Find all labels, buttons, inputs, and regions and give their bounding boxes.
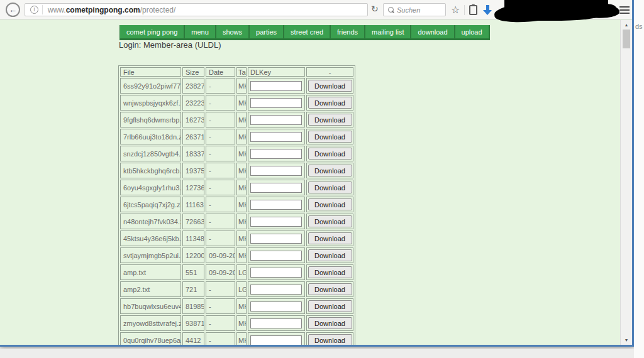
dlkey-input[interactable] (250, 301, 302, 312)
dlkey-cell (248, 281, 305, 297)
download-cell: Download (306, 180, 353, 195)
file-name-cell: svtjaymjmgb5p2ui.zip (120, 247, 181, 263)
download-button[interactable]: Download (308, 300, 352, 312)
dlkey-input[interactable] (250, 217, 302, 227)
file-tag-cell: MK (236, 298, 247, 314)
url-path: /protected/ (140, 6, 176, 14)
file-tag-cell: MK (236, 214, 247, 229)
dlkey-cell (248, 163, 305, 178)
page-content: comet ping pong menu shows parties stree… (0, 20, 632, 345)
dlkey-input[interactable] (250, 268, 302, 278)
download-button[interactable]: Download (308, 114, 352, 126)
downloads-arrow-icon[interactable] (482, 5, 492, 15)
file-size-cell: 11163122 (182, 197, 204, 212)
dlkey-input[interactable] (250, 200, 302, 210)
download-button[interactable]: Download (308, 317, 352, 329)
file-size-cell: 19375611 (182, 163, 204, 178)
site-info-icon[interactable]: i (30, 6, 38, 14)
search-input[interactable] (397, 6, 441, 14)
download-button[interactable]: Download (308, 215, 352, 227)
download-button[interactable]: Download (308, 131, 352, 143)
download-button[interactable]: Download (308, 80, 352, 92)
scroll-up-arrow-icon[interactable]: ▴ (621, 22, 632, 28)
table-row: svtjaymjmgb5p2ui.zip 12200324 09-09-2015… (120, 247, 353, 263)
download-button[interactable]: Download (308, 182, 352, 193)
download-button[interactable]: Download (308, 148, 352, 160)
reload-icon[interactable]: ↻ (371, 4, 379, 14)
table-row: 0qu0rqihv78uep6a.zip 4412 - MK Download (120, 332, 353, 345)
table-row: 6oyu4sgxgly1rhu3.zip 12736689 - MK Downl… (120, 180, 353, 195)
table-header-row: File Size Date Tag DLKey - (120, 67, 353, 77)
download-button[interactable]: Download (308, 232, 352, 244)
clipboard-icon[interactable] (469, 5, 477, 15)
hamburger-menu-icon[interactable] (619, 6, 630, 16)
file-tag-cell: MK (236, 315, 247, 331)
dlkey-input[interactable] (250, 115, 302, 125)
download-cell: Download (306, 163, 353, 178)
download-button[interactable]: Download (308, 198, 352, 210)
table-row: amp2.txt 721 - LGL Download (120, 281, 353, 297)
dlkey-cell (248, 332, 305, 345)
download-button[interactable]: Download (308, 165, 352, 176)
url-text: www.cometpingpong.com/protected/ (48, 6, 175, 14)
dlkey-cell (248, 180, 305, 195)
nav-item-download[interactable]: download (411, 25, 455, 40)
nav-item-menu[interactable]: menu (185, 25, 216, 40)
file-tag-cell: MK (236, 129, 247, 144)
nav-item-mailing-list[interactable]: mailing list (365, 25, 411, 40)
scrollbar-thumb[interactable] (623, 30, 630, 48)
file-name-cell: zmyowd8sttvrafej.zip (120, 315, 181, 331)
bookmark-star-icon[interactable]: ☆ (451, 4, 460, 16)
file-name-cell: wnjwspbsjyqxk6zf.zip (120, 95, 181, 111)
dlkey-input[interactable] (250, 166, 302, 176)
nav-item-upload[interactable]: upload (455, 25, 490, 40)
download-button[interactable]: Download (308, 334, 352, 345)
dlkey-input[interactable] (250, 149, 302, 159)
file-name-cell: 6oyu4sgxgly1rhu3.zip (120, 180, 181, 195)
dlkey-input[interactable] (250, 234, 302, 244)
file-date-cell: - (206, 180, 235, 195)
dlkey-input[interactable] (250, 251, 302, 261)
dlkey-cell (248, 231, 305, 246)
file-size-cell: 23827361 (182, 78, 204, 94)
download-button[interactable]: Download (308, 249, 352, 261)
file-size-cell: 4412 (182, 332, 204, 345)
file-size-cell: 12736689 (182, 180, 204, 195)
dlkey-input[interactable] (250, 183, 302, 193)
back-button[interactable]: ← (6, 3, 20, 17)
browser-window: ← i www.cometpingpong.com/protected/ ↻ ☆… (0, 0, 634, 347)
dlkey-input[interactable] (250, 318, 302, 328)
file-size-cell: 16273384 (182, 112, 204, 127)
nav-item-parties[interactable]: parties (250, 25, 284, 40)
download-cell: Download (306, 78, 353, 94)
file-size-cell: 11348592 (182, 231, 204, 246)
dlkey-cell (248, 78, 305, 94)
nav-item-shows[interactable]: shows (216, 25, 250, 40)
nav-item-friends[interactable]: friends (331, 25, 365, 40)
file-date-cell: - (206, 163, 235, 178)
file-size-cell: 721 (182, 281, 204, 297)
desktop-edge: ds (634, 0, 644, 358)
url-bar[interactable]: i www.cometpingpong.com/protected/ (25, 3, 368, 16)
download-button[interactable]: Download (308, 266, 352, 278)
download-button[interactable]: Download (308, 283, 352, 295)
dlkey-input[interactable] (250, 335, 302, 345)
download-button[interactable]: Download (308, 97, 352, 109)
dlkey-cell (248, 129, 305, 144)
file-date-cell: - (206, 214, 235, 229)
vertical-scrollbar[interactable]: ▴ ▾ (620, 20, 632, 345)
table-row: 6ss92y91o2piwf77.zip 23827361 - MK Downl… (120, 78, 353, 94)
nav-item-street-cred[interactable]: street cred (284, 25, 331, 40)
file-date-cell: - (206, 298, 235, 314)
nav-item-comet-ping-pong[interactable]: comet ping pong (119, 25, 185, 40)
dlkey-input[interactable] (250, 132, 302, 142)
file-table-body: 6ss92y91o2piwf77.zip 23827361 - MK Downl… (120, 78, 353, 345)
dlkey-input[interactable] (250, 285, 302, 295)
dlkey-input[interactable] (250, 81, 302, 91)
download-cell: Download (306, 281, 353, 297)
file-tag-cell: MK (236, 247, 247, 263)
search-box[interactable] (383, 3, 446, 16)
file-size-cell: 551 (182, 264, 204, 280)
scroll-down-arrow-icon[interactable]: ▾ (621, 337, 632, 343)
dlkey-input[interactable] (250, 98, 302, 108)
